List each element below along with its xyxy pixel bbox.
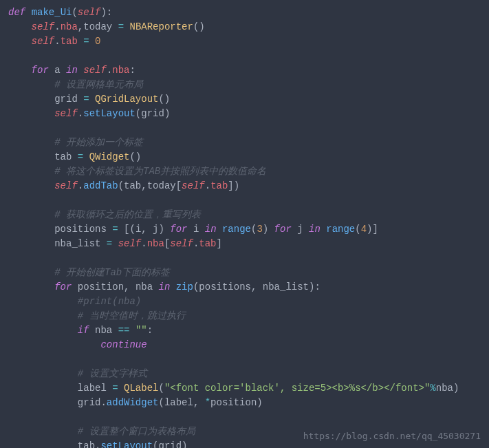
code-block: def make_Ui(self): self.nba,today = NBAR… (0, 0, 489, 448)
comment: # 开始添加一个标签 (54, 137, 143, 148)
watermark: https://blog.csdn.net/qq_45030271 (303, 429, 481, 443)
comment: # 开始创建Tab下面的标签 (54, 267, 170, 278)
comment: # 当时空值时，跳过执行 (78, 310, 186, 321)
comment: # 设置网格单元布局 (54, 79, 143, 90)
comment: # 设置文字样式 (78, 368, 147, 379)
comment: # 获取循环之后的位置，重写列表 (54, 209, 201, 220)
comment: # 设置整个窗口为表格布局 (78, 426, 195, 437)
comment: #print(nba) (78, 296, 141, 307)
comment: # 将这个标签设置为TAB并按照列表中的数值命名 (54, 166, 266, 177)
function-name: make_Ui (32, 7, 72, 18)
keyword-def: def (8, 7, 25, 18)
